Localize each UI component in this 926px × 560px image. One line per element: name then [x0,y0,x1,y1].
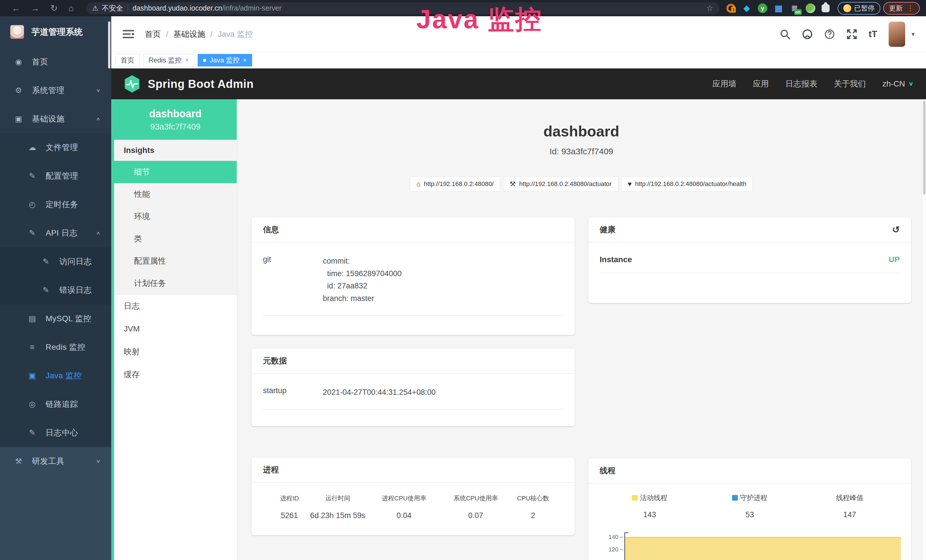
sidebar-item-error-logs[interactable]: ✎ 错误日志 [0,276,111,304]
sba-item-logs[interactable]: 日志 [114,295,237,318]
heart-icon: ♥ [628,180,632,188]
breadcrumb: 首页 / 基础设施 / Java 监控 [145,29,253,40]
sidebar-item-java-monitor[interactable]: ▣ Java 监控 [0,362,111,390]
help-icon[interactable] [824,29,835,40]
extension-icon-pin[interactable]: ◆ [742,3,752,13]
sidebar-item-label: 日志中心 [45,427,78,438]
error-log-icon: ✎ [40,286,52,295]
y-tick: 140 [608,533,618,540]
info-row-value: commit: time: 1596289704000 id: 27aa832 … [323,255,563,305]
reload-icon[interactable]: ↻ [50,3,57,13]
hamburger-icon[interactable] [123,29,134,39]
sba-item-caches[interactable]: 缓存 [114,363,237,386]
sba-locale-select[interactable]: zh-CN ∨ [882,79,914,88]
active-dot [203,59,206,62]
sidebar-item-label: MySQL 监控 [45,313,91,324]
user-menu-caret-icon[interactable]: ▾ [911,30,915,38]
update-button[interactable]: 更新 ⋮ [883,2,920,15]
paused-chip[interactable]: 已暂停 [838,2,881,15]
sidebar-item-access-logs[interactable]: ✎ 访问日志 [0,247,111,276]
cloud-upload-icon: ☁ [26,143,38,152]
close-icon[interactable]: × [185,56,189,64]
sba-item-jvm[interactable]: JVM [114,318,237,341]
extension-icon-proxy[interactable]: ≣on [790,3,799,13]
warning-icon: ⚠ [92,4,98,12]
sba-nav-wallboard[interactable]: 应用墙 [713,79,736,89]
sidebar-item-file-management[interactable]: ☁ 文件管理 [0,133,111,162]
sidebar-item-infrastructure[interactable]: ▣ 基础设施 ∧ [0,105,111,133]
tab-label: Java 监控 [210,56,239,65]
service-url-button[interactable]: ⌂ http://192.168.0.2:48080/ [410,176,500,192]
home-icon[interactable]: ⌂ [68,3,74,13]
sidebar-item-home[interactable]: ◉ 首页 [0,48,111,76]
y-tick: 120 [608,546,618,553]
log-center-icon: ✎ [26,428,38,437]
extension-icon-ring[interactable]: 1 [726,4,735,13]
search-icon[interactable] [780,29,791,40]
sba-item-metrics[interactable]: 性能 [114,183,237,206]
extension-icon-grid[interactable]: ▦ [774,3,784,13]
user-avatar[interactable] [889,22,905,47]
sidebar-item-scheduled-tasks[interactable]: ◴ 定时任务 [0,190,111,219]
sba-item-mappings[interactable]: 映射 [114,341,237,363]
breadcrumb-home[interactable]: 首页 [145,29,161,40]
extension-icon-leaf[interactable] [806,3,816,13]
text-size-icon[interactable]: tT [869,29,877,39]
sba-item-classes[interactable]: 类 [114,228,237,250]
sidebar-item-mysql-monitor[interactable]: ▤ MySQL 监控 [0,304,111,333]
threads-legend: 活动线程 143 守护进程 53 线程峰值 147 [589,484,911,519]
sba-brand[interactable]: Spring Boot Admin [124,75,254,93]
bookmark-star-icon[interactable]: ☆ [706,3,713,13]
address-bar[interactable]: ⚠ 不安全 dashboard.yudao.iocoder.cn/infra/a… [86,2,720,14]
process-card: 进程 进程ID 5261 运行时间 6d 23h 15m 59s [251,458,575,535]
sidebar-item-api-logs[interactable]: ✎ API 日志 ∧ [0,219,111,247]
health-instance-row: Instance UP [600,255,900,273]
sidebar-item-system[interactable]: ⚙ 系统管理 ∨ [0,76,111,105]
back-icon[interactable]: ← [12,3,20,13]
history-icon[interactable]: ↺ [892,224,900,235]
sba-nav-about[interactable]: 关于我们 [834,79,866,89]
sba-item-details[interactable]: 细节 [114,161,237,183]
security-label[interactable]: 不安全 [102,3,123,13]
sba-instance-header[interactable]: dashboard 93a3fc7f7409 [114,99,237,140]
fullscreen-icon[interactable] [846,29,857,40]
legend-value: 147 [800,510,900,519]
scrollbar-thumb[interactable] [923,100,925,195]
browser-menu-icon[interactable]: ⋮ [906,4,914,12]
extensions-puzzle-icon[interactable] [822,4,830,12]
sidebar-item-config-management[interactable]: ✎ 配置管理 [0,162,111,190]
sidebar-item-label: 文件管理 [45,142,78,153]
github-icon[interactable] [802,29,813,40]
home-icon: ⌂ [416,180,421,188]
sidebar-scrollbar[interactable] [108,21,110,68]
actuator-url-button[interactable]: ⚒ http://192.168.0.2:48080/actuator [503,176,618,192]
sidebar-item-log-center[interactable]: ✎ 日志中心 [0,419,111,447]
infrastructure-icon: ▣ [12,114,24,124]
sidebar-item-dev-tools[interactable]: ⚒ 研发工具 ∨ [0,447,111,475]
actuator-url-label: http://192.168.0.2:48080/actuator [519,180,612,188]
tab-home[interactable]: 首页 [115,54,140,67]
chevron-down-icon: ∨ [96,459,100,464]
legend-label: 线程峰值 [836,493,864,502]
health-row-label: Instance [600,255,632,264]
forward-icon[interactable]: → [31,3,39,13]
extension-icon-youdao[interactable]: y [758,3,767,13]
sba-item-scheduled-tasks[interactable]: 计划任务 [114,272,237,294]
sidebar-item-redis-monitor[interactable]: ≡ Redis 监控 [0,333,111,362]
tab-redis-monitor[interactable]: Redis 监控 × [143,54,194,67]
health-url-button[interactable]: ♥ http://192.168.0.2:48080/actuator/heal… [621,176,753,192]
sba-item-environment[interactable]: 环境 [114,206,237,228]
sba-nav-journal[interactable]: 日志报表 [785,79,817,89]
close-icon[interactable]: × [243,56,247,64]
sidebar-item-trace[interactable]: ◎ 链路追踪 [0,390,111,419]
access-log-icon: ✎ [40,257,52,266]
main-scrollbar[interactable] [922,99,926,560]
sba-nav-applications[interactable]: 应用 [753,79,769,89]
sba-item-config-props[interactable]: 配置属性 [114,250,237,272]
divider [128,5,128,12]
sidebar-item-label: 系统管理 [32,85,65,96]
legend-live-threads: 活动线程 143 [600,493,700,519]
breadcrumb-infrastructure[interactable]: 基础设施 [173,29,205,40]
threads-chart: 140 120 100 [589,532,911,560]
tab-java-monitor[interactable]: Java 监控 × [198,54,252,67]
